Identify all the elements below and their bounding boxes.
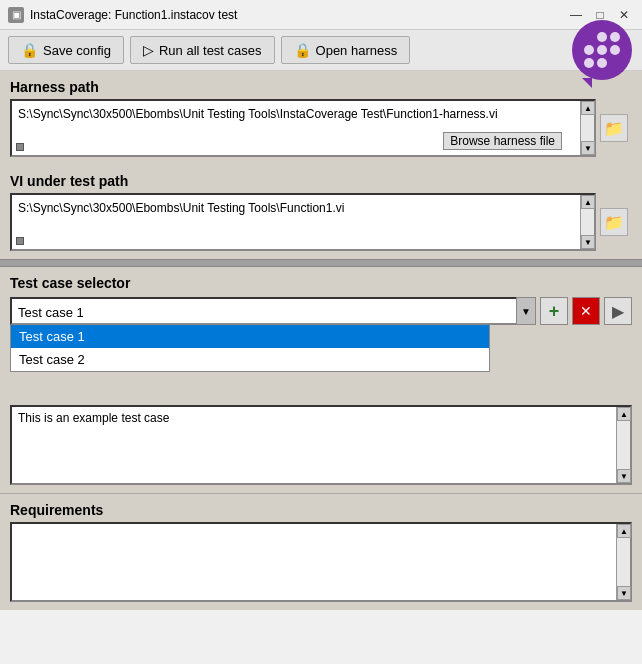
dropdown-item-1[interactable]: Test case 2: [11, 348, 489, 371]
main-content: Harness path S:\Sync\Sync\30x500\Ebombs\…: [0, 71, 642, 610]
app-icon: ▣: [8, 7, 24, 23]
separator: [0, 259, 642, 267]
harness-path-title: Harness path: [10, 79, 632, 95]
test-case-section: Test case selector Test case 1 ▼ + ✕ ▶: [0, 267, 642, 493]
title-bar: ▣ InstaCoverage: Function1.instacov test…: [0, 0, 642, 30]
dropdown-list: Test case 1 Test case 2: [10, 325, 490, 372]
vi-path-section: VI under test path S:\Sync\Sync\30x500\E…: [0, 165, 642, 259]
vi-path-title: VI under test path: [10, 173, 632, 189]
vi-folder-button[interactable]: 📁: [600, 208, 628, 236]
req-scroll-up[interactable]: ▲: [617, 524, 631, 538]
vi-folder-area: 📁: [596, 193, 632, 251]
test-case-dropdown-container: Test case 1 ▼: [10, 297, 536, 325]
dropdown-selected-value: Test case 1: [18, 305, 84, 320]
open-harness-label: Open harness: [316, 43, 398, 58]
run-test-case-button[interactable]: ▶: [604, 297, 632, 325]
toolbar: 🔒 Save config ▷ Run all test cases 🔒 Ope…: [0, 30, 642, 71]
vi-scroll-down[interactable]: ▼: [581, 235, 595, 249]
harness-icon: 🔒: [294, 42, 311, 58]
instacov-logo: [572, 20, 632, 80]
harness-path-text: S:\Sync\Sync\30x500\Ebombs\Unit Testing …: [12, 101, 580, 155]
selector-row: Test case 1 ▼ + ✕ ▶: [10, 297, 632, 325]
run-all-button[interactable]: ▷ Run all test cases: [130, 36, 275, 64]
desc-scroll-down[interactable]: ▼: [617, 469, 631, 483]
save-config-label: Save config: [43, 43, 111, 58]
harness-path-section: Harness path S:\Sync\Sync\30x500\Ebombs\…: [0, 71, 642, 165]
vi-scroll-up[interactable]: ▲: [581, 195, 595, 209]
run-single-icon: ▶: [612, 302, 624, 321]
description-text: This is an example test case: [12, 407, 616, 483]
delete-test-case-button[interactable]: ✕: [572, 297, 600, 325]
requirements-title: Requirements: [10, 502, 632, 518]
vi-path-row: S:\Sync\Sync\30x500\Ebombs\Unit Testing …: [10, 193, 632, 251]
vi-path-text: S:\Sync\Sync\30x500\Ebombs\Unit Testing …: [12, 195, 580, 249]
add-test-case-button[interactable]: +: [540, 297, 568, 325]
vi-path-inner: S:\Sync\Sync\30x500\Ebombs\Unit Testing …: [12, 195, 594, 249]
harness-folder-button[interactable]: 📁: [600, 114, 628, 142]
harness-path-scrollbar: ▲ ▼: [580, 101, 594, 155]
save-config-button[interactable]: 🔒 Save config: [8, 36, 124, 64]
vi-path-scrollbar: ▲ ▼: [580, 195, 594, 249]
dropdown-arrow-button[interactable]: ▼: [516, 297, 536, 325]
close-button[interactable]: ✕: [614, 5, 634, 25]
req-scroll-down[interactable]: ▼: [617, 586, 631, 600]
minimize-button[interactable]: —: [566, 5, 586, 25]
vi-resize-indicator: [16, 237, 24, 245]
requirements-scrollbar: ▲ ▼: [616, 524, 630, 600]
delete-icon: ✕: [580, 303, 592, 319]
test-case-dropdown[interactable]: Test case 1: [10, 297, 536, 325]
description-scrollbar: ▲ ▼: [616, 407, 630, 483]
requirements-content[interactable]: [12, 524, 616, 600]
run-icon: ▷: [143, 42, 154, 58]
resize-indicator: [16, 143, 24, 151]
browse-harness-button[interactable]: Browse harness file: [443, 132, 562, 150]
test-case-title: Test case selector: [10, 275, 632, 291]
desc-scroll-up[interactable]: ▲: [617, 407, 631, 421]
dropdown-item-0[interactable]: Test case 1: [11, 325, 489, 348]
add-icon: +: [549, 301, 560, 322]
harness-scroll-up[interactable]: ▲: [581, 101, 595, 115]
window-title: InstaCoverage: Function1.instacov test: [30, 8, 566, 22]
vi-path-value: S:\Sync\Sync\30x500\Ebombs\Unit Testing …: [18, 199, 574, 215]
requirements-area: ▲ ▼: [10, 522, 632, 602]
description-area: This is an example test case ▲ ▼: [10, 405, 632, 485]
ball-dots: [576, 24, 628, 76]
run-all-label: Run all test cases: [159, 43, 262, 58]
requirements-section: Requirements ▲ ▼: [0, 493, 642, 610]
harness-path-value: S:\Sync\Sync\30x500\Ebombs\Unit Testing …: [18, 105, 574, 121]
harness-path-inner: S:\Sync\Sync\30x500\Ebombs\Unit Testing …: [12, 101, 594, 155]
open-harness-button[interactable]: 🔒 Open harness: [281, 36, 411, 64]
harness-path-box: S:\Sync\Sync\30x500\Ebombs\Unit Testing …: [10, 99, 596, 157]
harness-path-row: S:\Sync\Sync\30x500\Ebombs\Unit Testing …: [10, 99, 632, 157]
harness-folder-area: 📁: [596, 99, 632, 157]
vi-path-box: S:\Sync\Sync\30x500\Ebombs\Unit Testing …: [10, 193, 596, 251]
harness-scroll-down[interactable]: ▼: [581, 141, 595, 155]
save-icon: 🔒: [21, 42, 38, 58]
